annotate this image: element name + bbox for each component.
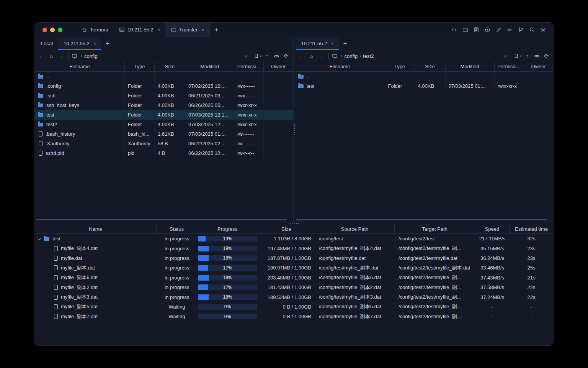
panel-tab-10-211-55-2[interactable]: 10.211.55.2× [58, 37, 101, 50]
column-header-size[interactable]: Size [155, 62, 185, 71]
close-tab-icon[interactable]: × [201, 27, 204, 33]
search-icon [529, 27, 535, 33]
file-row[interactable]: test2Folder4.00KB07/03/2025 12:...rwxr-x… [35, 120, 293, 129]
horizontal-scrollbar[interactable] [36, 219, 292, 220]
refresh-button[interactable]: ⟳ [282, 52, 291, 60]
column-header-estimated-time[interactable]: Estimated time [510, 224, 553, 233]
up-directory-button[interactable]: ↑ [523, 52, 532, 60]
column-header-size[interactable]: Size [415, 62, 446, 71]
column-header-modified[interactable]: Modified [185, 62, 234, 71]
branch-button[interactable] [516, 26, 526, 34]
file-row[interactable]: .configFolder4.00KB07/02/2025 12:...rwx-… [35, 81, 293, 91]
transfer-target-path: /config/test2/test/myfile_副本.dat [395, 263, 475, 273]
close-window-button[interactable] [42, 28, 47, 32]
back-button[interactable]: ← [37, 52, 46, 60]
file-type: Folder [125, 120, 155, 129]
app-tab-transfer[interactable]: Transfer× [165, 23, 210, 37]
transfer-row[interactable]: myfile_副本5.datWaiting0%0 B / 1.00GB/conf… [35, 302, 553, 312]
close-tab-icon[interactable]: × [157, 27, 160, 33]
horizontal-scrollbar[interactable] [296, 219, 552, 220]
transfer-row[interactable]: myfile_副本2.datIn progress17%181.43MB / 1… [35, 283, 553, 292]
minimize-window-button[interactable] [50, 28, 55, 32]
expand-chevron-icon[interactable] [38, 236, 41, 240]
bookmark-button[interactable]: ▾ [513, 52, 522, 60]
transfer-row[interactable]: myfile_副本7.datWaiting0%0 B / 1.00GB/conf… [35, 312, 553, 321]
column-header-modified[interactable]: Modified [446, 62, 495, 71]
column-header-speed[interactable]: Speed [475, 224, 510, 233]
file-row[interactable]: .XauthorityXauthority58 B06/22/2025 02:.… [35, 139, 293, 148]
column-header-size[interactable]: Size [258, 224, 315, 233]
transfer-row[interactable]: testIn progress13%1.11GB / 8.00GB/config… [35, 234, 553, 243]
file-row[interactable]: .sshFolder4.00KB06/21/2025 03:...rwx----… [35, 91, 293, 100]
column-header-name[interactable]: Name [35, 224, 157, 233]
path-dropdown-icon[interactable] [243, 54, 247, 58]
transfer-row[interactable]: myfile_副本4.datIn progress19%197.48MB / 1… [35, 243, 553, 253]
breadcrumb-item[interactable]: config [345, 53, 358, 59]
path-dropdown-icon[interactable] [504, 54, 508, 58]
left-add-panel-tab-button[interactable]: + [101, 37, 113, 50]
file-row[interactable]: ssh_host_keysFolder4.00KB06/26/2025 05:.… [35, 100, 293, 110]
close-tab-icon[interactable]: × [93, 41, 96, 46]
file-row[interactable]: .bash_historybash_hi...1.61KB07/03/2025 … [35, 129, 293, 139]
column-header-status[interactable]: Status [157, 224, 197, 233]
folder-icon [298, 75, 304, 79]
app-tab-termora[interactable]: Termora [76, 23, 114, 37]
file-row[interactable]: .. [35, 72, 293, 81]
right-path-bar[interactable]: ›config›test2 [328, 52, 511, 60]
close-tab-icon[interactable]: × [331, 41, 334, 46]
column-header-source-path[interactable]: Source Path [315, 224, 395, 233]
show-hidden-button[interactable] [532, 52, 541, 60]
file-type [125, 72, 155, 81]
breadcrumb-item[interactable]: config [84, 53, 98, 59]
transfer-row[interactable]: myfile_副本3.datIn progress18%189.52MB / 1… [35, 292, 553, 302]
column-header-type[interactable]: Type [385, 62, 415, 71]
file-row[interactable]: sshd.pidpid4 B06/22/2025 10:...rw-r--r-- [35, 148, 293, 158]
back-button[interactable]: ← [297, 52, 307, 60]
left-path-bar[interactable]: ›config [68, 52, 250, 60]
file-size [415, 72, 446, 81]
transfer-row[interactable]: myfile.datIn progress18%187.87MB / 1.00G… [35, 253, 553, 263]
log-button[interactable] [472, 26, 481, 34]
app-tab-10-211-55-2[interactable]: 10.211.55.2× [114, 23, 165, 37]
column-header-filename[interactable]: Filename [295, 62, 385, 71]
gear-button[interactable] [538, 26, 548, 34]
panel-tab-local[interactable]: Local [36, 37, 58, 50]
column-header-filename[interactable]: Filename [35, 62, 125, 71]
progress-label: 0% [198, 304, 257, 310]
file-row[interactable]: testFolder4.00KB07/03/2025 01:...rwxr-xr… [295, 81, 554, 91]
right-add-panel-tab-button[interactable]: + [339, 37, 351, 50]
transfer-row[interactable]: myfile_副本6.datIn progress19%203.48MB / 1… [35, 273, 553, 283]
column-header-type[interactable]: Type [125, 62, 155, 71]
up-directory-button[interactable]: ↑ [263, 52, 272, 60]
refresh-button[interactable]: ⟳ [542, 52, 551, 60]
file-row[interactable]: testFolder4.00KB07/03/2025 12:1...rwxr-x… [35, 110, 293, 120]
forward-button[interactable]: → [317, 52, 326, 60]
forward-button[interactable]: → [56, 52, 65, 60]
transfer-row[interactable]: myfile_副本.datIn progress17%180.97MB / 1.… [35, 263, 553, 273]
transfer-target-path: /config/test2/test/myfile_副... [395, 283, 475, 292]
column-header-owner[interactable]: Owner [264, 62, 293, 71]
code-button[interactable] [449, 26, 459, 34]
new-tab-button[interactable]: + [210, 23, 224, 37]
home-button[interactable]: ⌂ [307, 52, 316, 60]
column-header-progress[interactable]: Progress [197, 224, 258, 233]
column-header-target-path[interactable]: Target Path [395, 224, 475, 233]
transfer-speed: 33.46MB/s [475, 263, 510, 273]
file-size: 58 B [155, 139, 185, 148]
zoom-window-button[interactable] [58, 28, 62, 32]
bookmark-button[interactable]: ▾ [253, 52, 262, 60]
home-button[interactable]: ⌂ [47, 52, 56, 60]
panel-tab-10-211-55-2[interactable]: 10.211.55.2× [296, 37, 339, 50]
file-row[interactable]: .. [295, 72, 554, 81]
show-hidden-button[interactable] [272, 52, 281, 60]
breadcrumb-item[interactable]: test2 [363, 53, 374, 59]
key-button[interactable] [505, 26, 514, 34]
edit-button[interactable] [494, 26, 503, 34]
folder-button[interactable] [461, 26, 470, 34]
record-button[interactable] [483, 26, 492, 34]
column-header-owner[interactable]: Owner [524, 62, 554, 71]
column-header-permissi[interactable]: Permissi... [495, 62, 524, 71]
search-button[interactable] [527, 26, 537, 34]
transfer-splitter[interactable] [35, 222, 553, 224]
column-header-permissi[interactable]: Permissi... [234, 62, 264, 71]
